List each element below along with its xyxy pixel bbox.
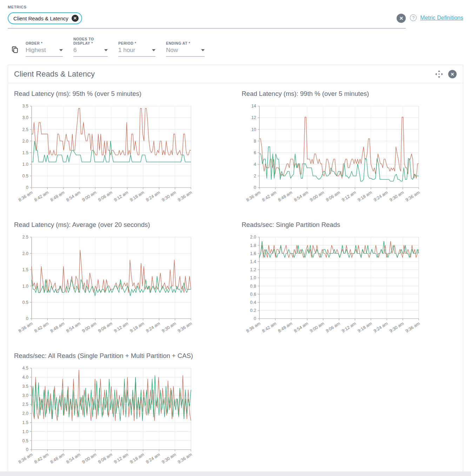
svg-text:8:48 am: 8:48 am (49, 321, 66, 334)
svg-text:1.6: 1.6 (250, 251, 256, 256)
filters-row: ORDER * Highest NODES TO DISPLAY * 6 PER… (8, 37, 463, 57)
svg-text:9:18 am: 9:18 am (129, 321, 145, 334)
svg-text:0: 0 (26, 316, 28, 321)
svg-text:8:36 am: 8:36 am (18, 190, 34, 203)
nodes-to-display-value: 6 (73, 47, 77, 54)
chart-reads-single-partition: Reads/sec: Single Partition Reads 00.20.… (242, 221, 457, 340)
svg-text:9:12 am: 9:12 am (341, 321, 357, 334)
svg-text:1.5: 1.5 (22, 150, 28, 155)
chart-title: Read Latency (ms): Average (over 20 seco… (14, 221, 218, 229)
svg-text:9:24 am: 9:24 am (373, 190, 389, 203)
svg-text:3.5: 3.5 (22, 104, 28, 109)
metrics-input-row: Client Reads & Latency ✕ ✕ ? Metric Defi… (8, 12, 463, 28)
svg-text:0.6: 0.6 (250, 292, 256, 297)
svg-text:0.8: 0.8 (250, 283, 256, 288)
order-field[interactable]: ORDER * Highest (26, 41, 63, 57)
move-card-icon[interactable] (435, 70, 443, 78)
svg-text:0: 0 (254, 316, 256, 321)
metrics-dashboard-page: METRICS Client Reads & Latency ✕ ✕ ? Met… (0, 0, 471, 471)
svg-text:9:06 am: 9:06 am (325, 190, 341, 203)
svg-text:1.8: 1.8 (250, 243, 256, 248)
svg-text:0: 0 (26, 185, 28, 190)
chart-canvas: 00.20.40.60.81.01.21.41.61.82.08:36 am8:… (242, 234, 457, 340)
svg-text:9:00 am: 9:00 am (309, 190, 325, 203)
copy-icon[interactable] (12, 46, 18, 53)
chart-canvas: 00.51.01.52.02.58:36 am8:42 am8:48 am8:5… (14, 234, 229, 340)
nodes-to-display-label: NODES TO DISPLAY * (73, 37, 108, 45)
svg-text:9:36 am: 9:36 am (177, 321, 193, 334)
metrics-section-label: METRICS (8, 5, 463, 9)
chart-read-latency-95th: Read Latency (ms): 95th % (over 5 minute… (14, 90, 229, 209)
svg-text:8:36 am: 8:36 am (18, 321, 34, 334)
svg-text:2.0: 2.0 (22, 139, 28, 144)
svg-text:2.0: 2.0 (22, 411, 28, 416)
svg-text:9:36 am: 9:36 am (404, 190, 420, 203)
svg-text:9:12 am: 9:12 am (113, 452, 129, 465)
svg-text:0: 0 (26, 447, 28, 452)
svg-text:8:36 am: 8:36 am (245, 190, 261, 203)
svg-text:9:30 am: 9:30 am (161, 190, 177, 203)
ending-at-label: ENDING AT * (166, 41, 205, 45)
svg-text:0.5: 0.5 (22, 174, 28, 178)
chart-title: Read Latency (ms): 95th % (over 5 minute… (14, 90, 218, 98)
svg-text:4.5: 4.5 (22, 366, 28, 371)
svg-text:1.0: 1.0 (22, 162, 28, 167)
chart-canvas: 00.51.01.52.02.53.03.54.04.58:36 am8:42 … (14, 365, 229, 471)
metric-chip-client-reads-latency[interactable]: Client Reads & Latency ✕ (8, 12, 82, 24)
chevron-down-icon (201, 49, 205, 51)
svg-text:0.5: 0.5 (22, 438, 28, 443)
svg-text:2: 2 (254, 174, 256, 178)
nodes-to-display-field[interactable]: NODES TO DISPLAY * 6 (73, 37, 108, 57)
metrics-aside: ? Metric Definitions (406, 12, 463, 21)
svg-text:4.0: 4.0 (22, 375, 28, 380)
svg-text:2.5: 2.5 (22, 402, 28, 407)
svg-text:8:36 am: 8:36 am (18, 452, 34, 465)
card-header: Client Reads & Latency ✕ (8, 65, 463, 83)
chevron-down-icon (152, 49, 155, 51)
svg-text:9:18 am: 9:18 am (129, 190, 145, 203)
order-label: ORDER * (26, 41, 63, 45)
svg-text:9:30 am: 9:30 am (161, 321, 177, 334)
help-icon[interactable]: ? (410, 14, 417, 21)
svg-text:8:54 am: 8:54 am (293, 321, 309, 334)
metric-definitions-link[interactable]: Metric Definitions (420, 15, 463, 21)
period-field[interactable]: PERIOD * 1 hour (118, 41, 155, 57)
svg-text:9:00 am: 9:00 am (81, 321, 97, 334)
svg-text:8:54 am: 8:54 am (65, 321, 81, 334)
metrics-select-input[interactable]: Client Reads & Latency ✕ ✕ (8, 12, 406, 28)
chevron-down-icon (59, 49, 63, 51)
chart-read-latency-99th: Read Latency (ms): 99th % (over 5 minute… (242, 90, 457, 209)
svg-text:9:00 am: 9:00 am (81, 190, 97, 203)
svg-text:8:54 am: 8:54 am (65, 452, 81, 465)
svg-text:9:24 am: 9:24 am (145, 321, 161, 334)
svg-text:9:36 am: 9:36 am (177, 190, 193, 203)
order-value: Highest (26, 47, 46, 54)
svg-text:9:24 am: 9:24 am (373, 321, 389, 334)
svg-text:8:42 am: 8:42 am (33, 321, 49, 334)
clear-all-metrics-icon[interactable]: ✕ (397, 14, 406, 23)
ending-at-field[interactable]: ENDING AT * Now (166, 41, 205, 57)
svg-text:9:00 am: 9:00 am (309, 321, 325, 334)
metric-chip-label: Client Reads & Latency (13, 15, 68, 21)
chart-canvas: 024681012148:36 am8:42 am8:48 am8:54 am9… (242, 103, 457, 209)
svg-text:9:12 am: 9:12 am (113, 321, 129, 334)
chevron-down-icon (104, 49, 108, 51)
svg-text:3.5: 3.5 (22, 384, 28, 389)
svg-text:2.0: 2.0 (22, 251, 28, 256)
svg-text:9:18 am: 9:18 am (129, 452, 145, 465)
client-reads-latency-card: Client Reads & Latency ✕ Read Latency (m… (8, 65, 463, 471)
svg-text:8:54 am: 8:54 am (65, 190, 81, 203)
chart-reads-all-reads: Reads/sec: All Reads (Single Partition +… (14, 352, 229, 471)
chart-title: Read Latency (ms): 99th % (over 5 minute… (242, 90, 445, 98)
svg-text:8:42 am: 8:42 am (261, 190, 277, 203)
period-value: 1 hour (118, 47, 135, 54)
svg-text:9:30 am: 9:30 am (161, 452, 177, 465)
close-card-icon[interactable]: ✕ (448, 70, 457, 78)
svg-text:9:36 am: 9:36 am (404, 321, 420, 334)
svg-text:9:06 am: 9:06 am (97, 190, 113, 203)
card-title: Client Reads & Latency (14, 70, 95, 79)
svg-text:6: 6 (254, 150, 256, 155)
svg-text:14: 14 (251, 104, 256, 109)
chip-remove-icon[interactable]: ✕ (72, 15, 79, 22)
svg-text:2.5: 2.5 (22, 235, 28, 240)
